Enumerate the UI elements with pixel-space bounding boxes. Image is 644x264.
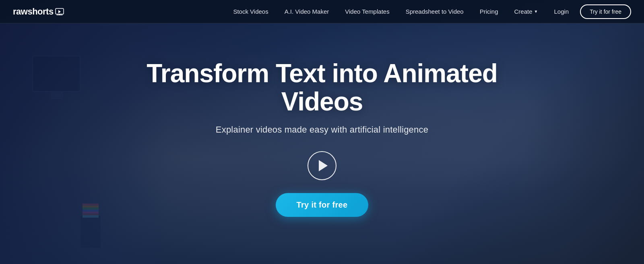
nav-link-stock-videos[interactable]: Stock Videos bbox=[225, 8, 276, 15]
nav-link-pricing[interactable]: Pricing bbox=[472, 8, 506, 15]
hero-section: rawshorts Stock Videos A.I. Video Maker … bbox=[0, 0, 644, 264]
nav-try-free-button[interactable]: Try it for free bbox=[580, 4, 631, 19]
hero-title: Transform Text into Animated Videos bbox=[141, 59, 503, 116]
nav-item-templates[interactable]: Video Templates bbox=[337, 8, 397, 15]
nav-link-templates[interactable]: Video Templates bbox=[337, 8, 397, 15]
hero-content: Transform Text into Animated Videos Expl… bbox=[141, 59, 503, 217]
play-button[interactable] bbox=[308, 151, 336, 180]
nav-link-create[interactable]: Create ▼ bbox=[506, 8, 546, 15]
nav-links: Stock Videos A.I. Video Maker Video Temp… bbox=[225, 8, 546, 15]
nav-item-spreadsheet[interactable]: Spreadsheet to Video bbox=[398, 8, 472, 15]
nav-item-pricing[interactable]: Pricing bbox=[472, 8, 506, 15]
nav-item-ai-video[interactable]: A.I. Video Maker bbox=[277, 8, 337, 15]
nav-item-create[interactable]: Create ▼ bbox=[506, 8, 546, 15]
nav-link-spreadsheet[interactable]: Spreadsheet to Video bbox=[398, 8, 472, 15]
nav-link-ai-video[interactable]: A.I. Video Maker bbox=[277, 8, 337, 15]
login-link[interactable]: Login bbox=[546, 8, 577, 15]
logo[interactable]: rawshorts bbox=[13, 6, 64, 17]
nav-item-stock-videos[interactable]: Stock Videos bbox=[225, 8, 276, 15]
play-icon bbox=[319, 160, 328, 171]
chevron-down-icon: ▼ bbox=[534, 9, 538, 14]
hero-subtitle: Explainer videos made easy with artifici… bbox=[216, 125, 428, 135]
hero-try-free-button[interactable]: Try it for free bbox=[276, 193, 369, 217]
logo-text: rawshorts bbox=[13, 6, 54, 17]
logo-icon bbox=[55, 8, 64, 15]
navbar: rawshorts Stock Videos A.I. Video Maker … bbox=[0, 0, 644, 23]
